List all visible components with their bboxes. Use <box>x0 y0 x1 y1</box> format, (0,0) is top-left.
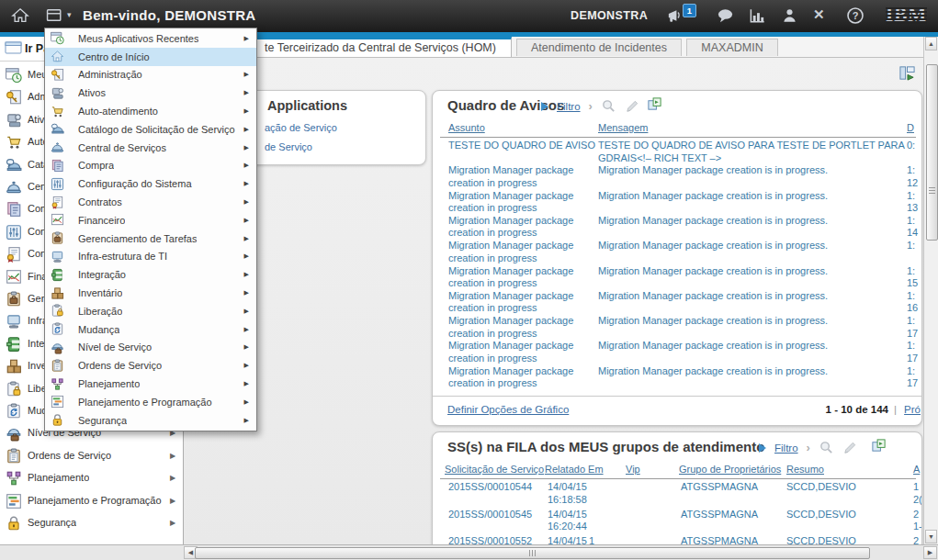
scroll-right-arrow[interactable]: ▶ <box>923 546 937 559</box>
bar-chart-icon[interactable] <box>749 7 766 24</box>
service-request-link[interactable]: 2015SS/00010552 <box>448 535 532 544</box>
filter-link[interactable]: Filtro <box>774 442 798 454</box>
column-header-4[interactable]: Resumo <box>786 464 824 475</box>
ss-row[interactable]: 2015SS/0001055214/04/1516:27:071ATGSSPMA… <box>433 535 921 544</box>
column-header-3[interactable]: Grupo de Proprietários <box>679 464 781 475</box>
bulletin-row[interactable]: Migration Manager packagecreation in pro… <box>433 315 921 340</box>
chevron-down-icon[interactable]: ▾ <box>67 10 72 19</box>
menu-item-self-service[interactable]: Auto-atendimento▶ <box>45 102 256 120</box>
vertical-scrollbar[interactable]: ▲ ▼ <box>923 37 938 544</box>
chat-bubble-icon[interactable] <box>717 7 734 24</box>
notification-badge: 1 <box>683 4 696 17</box>
menu-item-inventory[interactable]: Inventário▶ <box>45 284 256 302</box>
bulletin-row[interactable]: Migration Manager packagecreation in pro… <box>433 190 921 215</box>
filter-toggle-icon[interactable] <box>541 102 548 111</box>
sidebar-item-label: Planejamento <box>28 472 89 483</box>
bulletin-row[interactable]: Migration Manager packagecreation in pro… <box>433 240 921 264</box>
portlet-footer: Definir Opções de Gráfico 1 - 10 de 144 … <box>433 396 921 426</box>
search-icon[interactable] <box>819 440 834 455</box>
bulletin-row[interactable]: TESTE DO QUADRO DE AVISOTESTE DO QUADRO … <box>433 140 921 164</box>
service-level-icon <box>6 425 22 442</box>
submenu-arrow-icon: ▶ <box>170 452 175 460</box>
megaphone-icon[interactable] <box>666 7 684 24</box>
application-link[interactable]: de Serviço <box>265 141 312 152</box>
menu-item-purchasing[interactable]: Compra▶ <box>45 157 256 175</box>
menu-item-financial[interactable]: Financeiro▶ <box>45 211 256 230</box>
chart-options-link[interactable]: Definir Opções de Gráfico <box>447 404 569 415</box>
assunto-cell: Migration Manager packagecreation in pro… <box>448 164 573 189</box>
horizontal-scroll-thumb[interactable] <box>195 547 870 559</box>
service-request-link[interactable]: 2015SS/00010545 <box>448 509 532 521</box>
menu-item-scheduling[interactable]: Planejamento e Programação▶ <box>45 393 256 411</box>
home-icon[interactable] <box>11 7 29 24</box>
tab-incidents[interactable]: Atendimento de Incidentes <box>516 39 682 56</box>
menu-item-label: Integração <box>78 269 126 280</box>
bulletin-row[interactable]: Migration Manager packagecreation in pro… <box>433 164 921 189</box>
menu-item-security[interactable]: Segurança▶ <box>45 411 256 430</box>
bulletin-row[interactable]: Migration Manager packagecreation in pro… <box>433 265 921 290</box>
horizontal-scrollbar[interactable]: ◀ ▶ <box>184 544 938 560</box>
menu-item-work-orders[interactable]: Ordens de Serviço▶ <box>45 356 256 375</box>
help-icon[interactable]: ? <box>846 6 865 25</box>
column-header-2[interactable]: Vip <box>626 464 640 475</box>
filter-link[interactable]: Filtro <box>557 101 581 112</box>
modify-layout-icon[interactable] <box>898 64 916 82</box>
summary-cell: SCCD,DESVIO <box>786 509 856 521</box>
column-header-2[interactable]: D <box>907 122 914 133</box>
service-request-link[interactable]: 2015SS/00010544 <box>448 481 532 494</box>
menu-item-recent-apps[interactable]: Meus Aplicativos Recentes▶ <box>45 29 256 48</box>
mensagem-cell: Migration Manager package creation is in… <box>598 240 828 252</box>
edit-pencil-icon[interactable] <box>625 98 640 114</box>
menu-item-planning[interactable]: Planejamento▶ <box>45 375 256 393</box>
sidebar-item-planning[interactable]: Planejamento▶ <box>0 467 184 489</box>
menu-item-contracts[interactable]: Contratos▶ <box>45 193 256 211</box>
portlet-window-icon[interactable] <box>647 96 662 112</box>
menu-item-service-catalog[interactable]: Catálogo de Solicitação de Serviço▶ <box>45 120 256 139</box>
menu-item-change[interactable]: Mudança▶ <box>45 320 256 339</box>
ss-row[interactable]: 2015SS/0001054514/04/1516:20:44ATGSSPMAG… <box>433 509 921 536</box>
column-header-1[interactable]: Relatado Em <box>545 464 604 475</box>
tab-maxadmin[interactable]: MAXADMIN <box>686 39 778 56</box>
sidebar-item-security[interactable]: Segurança▶ <box>0 512 184 534</box>
assunto-cell: Migration Manager packagecreation in pro… <box>448 290 573 315</box>
edit-pencil-icon[interactable] <box>842 440 858 455</box>
scroll-up-arrow[interactable]: ▲ <box>925 37 937 50</box>
menu-item-it-infrastructure[interactable]: Infra-estrutura de TI▶ <box>45 248 256 266</box>
vertical-scroll-thumb[interactable] <box>926 64 938 241</box>
column-header-0[interactable]: Solicitação de Serviço <box>445 464 544 475</box>
bulletin-row[interactable]: Migration Manager packagecreation in pro… <box>433 290 921 315</box>
ss-row[interactable]: 2015SS/0001054414/04/1516:18:58ATGSSPMAG… <box>433 481 921 509</box>
data-cell: 0: <box>907 140 915 152</box>
menu-item-release[interactable]: Liberação▶ <box>45 302 256 320</box>
menu-item-assets[interactable]: Ativos▶ <box>45 84 256 102</box>
sidebar-item-scheduling[interactable]: Planejamento e Programação▶ <box>0 490 184 512</box>
next-page-link[interactable]: Pró <box>904 404 921 415</box>
bulletin-row[interactable]: Migration Manager packagecreation in pro… <box>433 215 921 240</box>
menu-item-system-config[interactable]: Configuração do Sistema▶ <box>45 174 256 193</box>
data-cell: 1: <box>907 240 915 252</box>
close-icon[interactable]: ✕ <box>813 6 825 23</box>
data-cell: 1:14 <box>907 215 918 240</box>
menu-item-service-desk[interactable]: Central de Serviços▶ <box>45 139 256 157</box>
goto-menu-icon[interactable] <box>46 8 64 23</box>
recent-apps-icon <box>51 31 64 45</box>
filter-toggle-icon[interactable] <box>759 443 766 453</box>
menu-item-start-center[interactable]: Centro de Início <box>45 48 256 66</box>
profile-icon[interactable] <box>781 7 798 24</box>
column-header-1[interactable]: Mensagem <box>598 122 648 133</box>
menu-item-service-level[interactable]: Nível de Serviço▶ <box>45 339 256 357</box>
sidebar-item-work-orders[interactable]: Ordens de Serviço▶ <box>0 445 184 467</box>
table-header-divider <box>440 478 916 479</box>
bulletin-row[interactable]: Migration Manager packagecreation in pro… <box>433 340 921 364</box>
scheduling-icon <box>6 493 22 510</box>
search-icon[interactable] <box>601 98 616 114</box>
menu-item-administration[interactable]: Administração▶ <box>45 66 256 84</box>
application-link[interactable]: ação de Serviço <box>265 122 337 133</box>
column-header-5[interactable]: A <box>913 464 920 475</box>
scroll-down-arrow[interactable]: ▼ <box>925 530 937 543</box>
bulletin-row[interactable]: Migration Manager packagecreation in pro… <box>433 365 921 390</box>
menu-item-task-management[interactable]: Gerenciamento de Tarefas▶ <box>45 230 256 248</box>
column-header-0[interactable]: Assunto <box>448 122 485 133</box>
menu-item-integration[interactable]: Integração▶ <box>45 265 256 284</box>
portlet-window-icon[interactable] <box>871 438 887 454</box>
